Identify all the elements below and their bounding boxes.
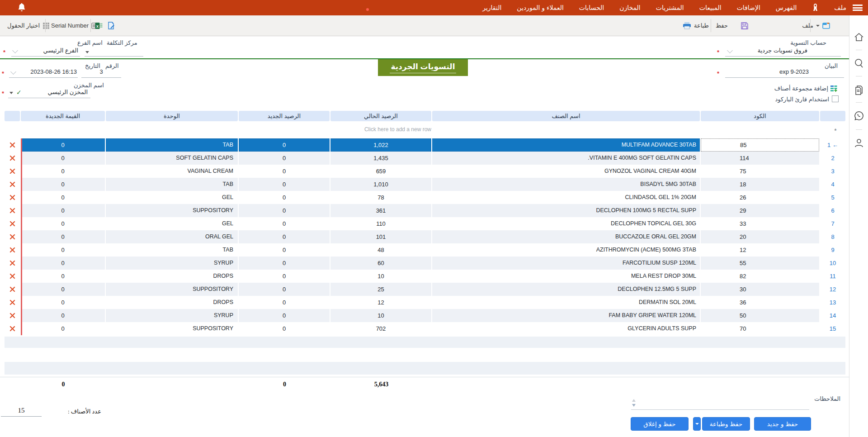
menu-item-file[interactable]: ملف xyxy=(834,4,846,11)
menu-item-reports[interactable]: التقارير xyxy=(482,4,501,11)
item-name-cell[interactable]: DECLOPHEN TOPICAL GEL 30G xyxy=(432,217,700,230)
save-options-dropdown-button[interactable] xyxy=(693,417,701,431)
item-name-cell[interactable]: CLINDASOL GEL 1% 20GM xyxy=(432,191,700,204)
notes-scroll-down-icon[interactable] xyxy=(632,404,636,407)
table-row[interactable]: 733DECLOPHEN TOPICAL GEL 30G1100GEL0 xyxy=(5,217,845,230)
user-icon[interactable] xyxy=(854,138,864,148)
code-cell[interactable]: 20 xyxy=(701,230,819,243)
code-cell[interactable]: 12 xyxy=(701,243,819,256)
unit-cell[interactable]: TAB xyxy=(106,138,238,152)
code-cell[interactable]: 36 xyxy=(701,296,819,309)
new-balance-cell[interactable]: 0 xyxy=(239,178,330,191)
choose-fields-button[interactable]: اختيار الحقول xyxy=(7,15,50,36)
header-new-balance[interactable]: الرصيد الجديد xyxy=(239,111,330,121)
table-row[interactable]: 1055FARCOTILIUM SUSP 120ML600SYRUP0 xyxy=(5,256,845,270)
unit-cell[interactable]: SUPPOSITORY xyxy=(106,204,238,217)
serial-number-button[interactable]: Serial Number xyxy=(51,15,99,36)
delete-row-button[interactable] xyxy=(5,217,20,230)
new-value-cell[interactable]: 0 xyxy=(21,309,105,322)
new-value-cell[interactable]: 0 xyxy=(21,256,105,270)
code-cell[interactable]: 85 xyxy=(701,138,819,152)
table-row[interactable]: 375GYNOZOL VAGINAL CREAM 40GM6590VAGINAL… xyxy=(5,165,845,178)
item-name-cell[interactable]: AZITHROMYCIN (ACME) 500MG 3TAB xyxy=(432,243,700,256)
header-unit[interactable]: الوحدة xyxy=(106,111,238,121)
menu-item-accounts[interactable]: الحسابات xyxy=(579,4,604,11)
delete-row-button[interactable] xyxy=(5,152,20,165)
table-row[interactable]: 1230DECLOPHEN 12.5MG 5 SUPP250SUPPOSITOR… xyxy=(5,283,845,296)
unit-cell[interactable]: SYRUP xyxy=(106,309,238,322)
save-and-new-button[interactable]: حفظ و جديد xyxy=(754,417,811,431)
date-picker[interactable]: 2023-08-26 16:13 xyxy=(9,67,78,78)
table-row[interactable]: 2114VITAMIN E 400MG SOFT GELATIN CAPS.1,… xyxy=(5,152,845,165)
add-new-row-hint[interactable]: Click here to add a new row xyxy=(0,126,796,133)
excel-export-button[interactable]: x xyxy=(95,15,103,36)
chevron-down-icon[interactable] xyxy=(12,48,18,53)
table-row[interactable]: 912AZITHROMYCIN (ACME) 500MG 3TAB480TAB0 xyxy=(5,243,845,256)
code-cell[interactable]: 75 xyxy=(701,165,819,178)
code-cell[interactable]: 33 xyxy=(701,217,819,230)
new-value-cell[interactable]: 0 xyxy=(21,217,105,230)
item-name-cell[interactable]: FAM BABY GRIPE WATER 120ML xyxy=(432,309,700,322)
new-balance-cell[interactable]: 0 xyxy=(239,230,330,243)
statement-input[interactable]: exp 9-2023 xyxy=(725,67,844,78)
delete-row-button[interactable] xyxy=(5,178,20,191)
new-balance-cell[interactable]: 0 xyxy=(239,204,330,217)
unit-cell[interactable]: TAB xyxy=(106,178,238,191)
new-value-cell[interactable]: 0 xyxy=(21,204,105,217)
menu-item-index[interactable]: الفهرس xyxy=(776,4,797,11)
new-balance-cell[interactable]: 0 xyxy=(239,283,330,296)
delete-row-button[interactable] xyxy=(5,138,20,152)
table-row[interactable]: 418BISADYL 5MG 30TAB1,0100TAB0 xyxy=(5,178,845,191)
table-row[interactable]: ← 185MULTIFAM ADVANCE 30TAB1,0220TAB0 xyxy=(5,138,845,152)
new-value-cell[interactable]: 0 xyxy=(21,243,105,256)
header-code[interactable]: الكود xyxy=(701,111,819,121)
warehouse-combo[interactable]: المخزن الرئيسي ✓ xyxy=(8,87,90,98)
delete-row-button[interactable] xyxy=(5,322,20,335)
notes-input[interactable] xyxy=(631,402,809,410)
item-name-cell[interactable]: BUCCAZOLE ORAL GEL 20GM xyxy=(432,230,700,243)
chevron-down-icon[interactable] xyxy=(727,48,733,53)
delete-row-button[interactable] xyxy=(5,243,20,256)
new-value-cell[interactable]: 0 xyxy=(21,178,105,191)
new-balance-cell[interactable]: 0 xyxy=(239,270,330,283)
save-and-print-button[interactable]: حفظ وطباعة xyxy=(702,417,750,431)
dropdown-arrow-icon[interactable] xyxy=(85,51,89,53)
bell-icon[interactable] xyxy=(17,3,26,13)
menu-item-additions[interactable]: الإضافات xyxy=(737,4,760,11)
item-name-cell[interactable]: VITAMIN E 400MG SOFT GELATIN CAPS. xyxy=(432,152,700,165)
new-balance-cell[interactable]: 0 xyxy=(239,217,330,230)
unit-cell[interactable]: SOFT GELATIN CAPS xyxy=(106,152,238,165)
item-name-cell[interactable]: FARCOTILIUM SUSP 120ML xyxy=(432,256,700,270)
new-balance-cell[interactable]: 0 xyxy=(239,152,330,165)
unit-cell[interactable]: TAB xyxy=(106,243,238,256)
delete-row-button[interactable] xyxy=(5,230,20,243)
new-balance-cell[interactable]: 0 xyxy=(239,256,330,270)
hamburger-icon[interactable] xyxy=(853,5,863,11)
search-icon[interactable] xyxy=(854,58,864,69)
new-balance-cell[interactable]: 0 xyxy=(239,309,330,322)
new-value-cell[interactable]: 0 xyxy=(21,152,105,165)
export-doc-button[interactable] xyxy=(108,15,115,36)
copy-pages-icon[interactable] xyxy=(854,84,864,95)
table-row[interactable]: 1570GLYCERIN ADULTS SUPP7020SUPPOSITORY0 xyxy=(5,322,845,335)
delete-row-button[interactable] xyxy=(5,191,20,204)
table-row[interactable]: 1336DERMATIN SOL 20ML120DROPS0 xyxy=(5,296,845,309)
code-cell[interactable]: 30 xyxy=(701,283,819,296)
code-cell[interactable]: 82 xyxy=(701,270,819,283)
cost-center-input[interactable] xyxy=(85,46,143,57)
item-name-cell[interactable]: BISADYL 5MG 30TAB xyxy=(432,178,700,191)
table-row[interactable]: 629DECLOPHEN 100MG 5 RECTAL SUPP3610SUPP… xyxy=(5,204,845,217)
delete-row-button[interactable] xyxy=(5,165,20,178)
header-item-name[interactable]: اسم الصنف xyxy=(432,111,700,121)
item-name-cell[interactable]: GYNOZOL VAGINAL CREAM 40GM xyxy=(432,165,700,178)
delete-row-button[interactable] xyxy=(5,309,20,322)
table-row[interactable]: 1450FAM BABY GRIPE WATER 120ML100SYRUP0 xyxy=(5,309,845,322)
menu-item-purchases[interactable]: المشتريات xyxy=(656,4,684,11)
new-value-cell[interactable]: 0 xyxy=(21,191,105,204)
delete-row-button[interactable] xyxy=(5,204,20,217)
dropdown-arrow-icon[interactable] xyxy=(9,92,13,94)
item-name-cell[interactable]: MULTIFAM ADVANCE 30TAB xyxy=(432,138,700,152)
chevron-down-icon[interactable] xyxy=(10,69,16,75)
unit-cell[interactable]: SUPPOSITORY xyxy=(106,322,238,335)
item-name-cell[interactable]: DECLOPHEN 100MG 5 RECTAL SUPP xyxy=(432,204,700,217)
